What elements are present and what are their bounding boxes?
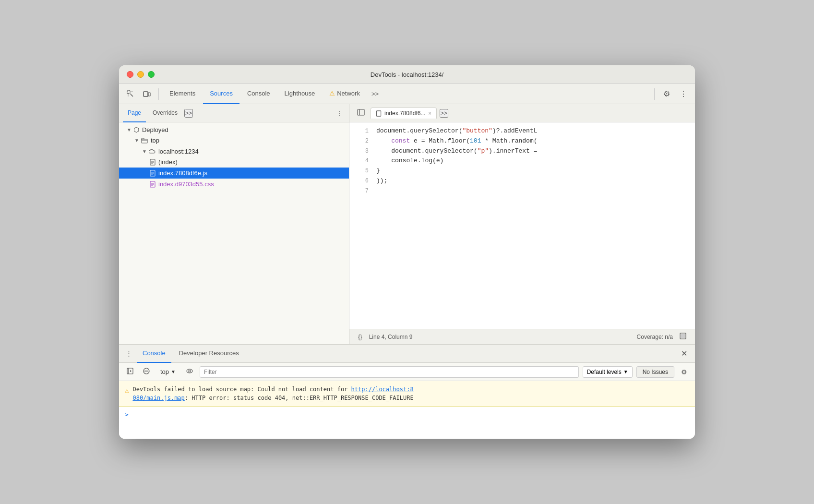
status-bar-right: Coverage: n/a xyxy=(637,332,689,342)
warning-triangle-icon: ⚠ xyxy=(125,385,129,396)
svg-rect-8 xyxy=(376,110,381,116)
tree-arrow-localhost: ▼ xyxy=(142,149,147,154)
console-filter-input[interactable] xyxy=(200,366,579,378)
warning-text-prefix: DevTools failed to load source map: Coul… xyxy=(132,386,351,393)
context-selector[interactable]: top ▼ xyxy=(156,366,180,377)
tree-item-deployed[interactable]: ▼ ⬡ Deployed xyxy=(119,124,349,135)
file-css-icon xyxy=(150,180,156,188)
tab-developer-resources[interactable]: Developer Resources xyxy=(173,345,245,363)
coverage-icon-button[interactable] xyxy=(677,332,689,342)
editor-tab-close[interactable]: × xyxy=(428,110,431,116)
traffic-lights xyxy=(127,71,155,78)
tree-arrow-deployed: ▼ xyxy=(127,127,132,132)
panel-options-button[interactable]: ⋮ xyxy=(334,108,345,119)
editor-sidebar-toggle[interactable] xyxy=(353,107,369,120)
devtools-window: DevTools - localhost:1234/ Elements Sour… xyxy=(119,65,695,439)
toolbar-right: ⚙ ⋮ xyxy=(651,86,691,101)
left-panel: Page Overrides >> ⋮ ▼ ⬡ Deployed ▼ xyxy=(119,104,349,344)
eye-button[interactable] xyxy=(183,366,196,378)
tree-item-top[interactable]: ▼ top xyxy=(119,135,349,146)
code-line-1: 1 document.querySelector("button")?.addE… xyxy=(349,126,695,136)
editor-tabs: index.7808df6... × >> xyxy=(349,104,695,122)
cursor-position: Line 4, Column 9 xyxy=(369,334,413,340)
code-line-7: 7 xyxy=(349,186,695,196)
minimize-button[interactable] xyxy=(137,71,144,78)
settings-button[interactable]: ⚙ xyxy=(659,86,674,101)
clear-console-button[interactable] xyxy=(140,366,153,378)
coverage-label: Coverage: n/a xyxy=(637,334,673,340)
folder-icon xyxy=(141,136,148,144)
code-line-3: 3 document.querySelector("p").innerText … xyxy=(349,146,695,156)
tab-network[interactable]: ⚠ Network xyxy=(323,84,367,104)
tab-console[interactable]: Console xyxy=(240,84,277,104)
title-bar: DevTools - localhost:1234/ xyxy=(119,65,695,84)
tab-overrides[interactable]: Overrides xyxy=(148,104,182,122)
bottom-more-button[interactable]: ⋮ xyxy=(123,348,135,359)
console-warning-message: ⚠ DevTools failed to load source map: Co… xyxy=(119,381,695,407)
toolbar-divider-1 xyxy=(158,88,159,100)
console-prompt[interactable]: > xyxy=(119,407,695,422)
prompt-arrow-icon: > xyxy=(125,411,129,418)
console-settings-button[interactable]: ⚙ xyxy=(678,366,690,378)
bottom-panel-header: ⋮ Console Developer Resources ✕ xyxy=(119,345,695,363)
context-arrow-icon: ▼ xyxy=(171,369,176,374)
main-area: Page Overrides >> ⋮ ▼ ⬡ Deployed ▼ xyxy=(119,104,695,344)
bottom-panel: ⋮ Console Developer Resources ✕ xyxy=(119,344,695,439)
svg-point-14 xyxy=(189,370,191,372)
svg-point-13 xyxy=(187,369,192,373)
svg-rect-1 xyxy=(144,92,148,96)
levels-arrow-icon: ▼ xyxy=(623,369,628,374)
tab-lighthouse[interactable]: Lighthouse xyxy=(278,84,322,104)
status-bar: {} Line 4, Column 9 Coverage: n/a xyxy=(349,329,695,344)
toolbar-divider-2 xyxy=(654,88,655,100)
tree-item-index-css[interactable]: index.d9703d55.css xyxy=(119,179,349,190)
network-warning-icon: ⚠ xyxy=(329,90,335,97)
device-toolbar-button[interactable] xyxy=(139,87,155,101)
svg-rect-2 xyxy=(148,93,150,96)
svg-rect-3 xyxy=(142,139,147,143)
code-line-5: 5 } xyxy=(349,166,695,176)
console-sidebar-button[interactable] xyxy=(124,366,136,378)
file-icon xyxy=(150,158,156,167)
warning-text-suffix: : HTTP error: status code 404, net::ERR_… xyxy=(185,395,414,401)
close-button[interactable] xyxy=(127,71,133,78)
svg-rect-0 xyxy=(127,91,130,94)
console-output: ⚠ DevTools failed to load source map: Co… xyxy=(119,381,695,439)
window-title: DevTools - localhost:1234/ xyxy=(371,71,443,78)
code-line-2: 2 const e = Math.floor(101 * Math.random… xyxy=(349,136,695,146)
more-options-button[interactable]: ⋮ xyxy=(676,86,691,101)
bottom-panel-close[interactable]: ✕ xyxy=(677,347,691,360)
code-line-6: 6 )); xyxy=(349,176,695,186)
maximize-button[interactable] xyxy=(148,71,155,78)
svg-rect-10 xyxy=(681,334,685,338)
inspect-element-button[interactable] xyxy=(123,87,138,101)
cube-icon: ⬡ xyxy=(133,126,139,133)
editor-tab-js[interactable]: index.7808df6... × xyxy=(371,108,437,119)
panel-tabs: Page Overrides >> ⋮ xyxy=(119,104,349,122)
tree-item-index-js[interactable]: index.7808df6e.js xyxy=(119,168,349,179)
tab-page[interactable]: Page xyxy=(123,104,146,122)
code-editor[interactable]: 1 document.querySelector("button")?.addE… xyxy=(349,122,695,329)
console-toolbar: top ▼ Default levels ▼ No Issues ⚙ xyxy=(119,363,695,381)
main-toolbar: Elements Sources Console Lighthouse ⚠ Ne… xyxy=(119,84,695,104)
log-levels-select[interactable]: Default levels ▼ xyxy=(583,366,633,378)
tab-sources[interactable]: Sources xyxy=(203,84,239,104)
cloud-icon xyxy=(149,147,156,156)
tab-console-bottom[interactable]: Console xyxy=(137,345,171,363)
svg-rect-7 xyxy=(358,109,364,115)
tree-item-localhost[interactable]: ▼ localhost:1234 xyxy=(119,146,349,157)
pretty-print-button[interactable]: {} xyxy=(355,332,365,341)
tree-item-index-html[interactable]: (index) xyxy=(119,157,349,168)
no-issues-button[interactable]: No Issues xyxy=(636,366,674,378)
tab-elements[interactable]: Elements xyxy=(163,84,202,104)
file-js-icon xyxy=(150,169,156,177)
tree-arrow-top: ▼ xyxy=(134,138,139,143)
more-tabs-button[interactable]: >> xyxy=(368,87,383,100)
right-panel: index.7808df6... × >> 1 document.querySe… xyxy=(349,104,695,344)
code-line-4: 4 console.log(e) xyxy=(349,156,695,166)
editor-more-tabs[interactable]: >> xyxy=(440,109,448,118)
file-tree: ▼ ⬡ Deployed ▼ top xyxy=(119,122,349,344)
panel-more-tabs[interactable]: >> xyxy=(184,109,193,118)
